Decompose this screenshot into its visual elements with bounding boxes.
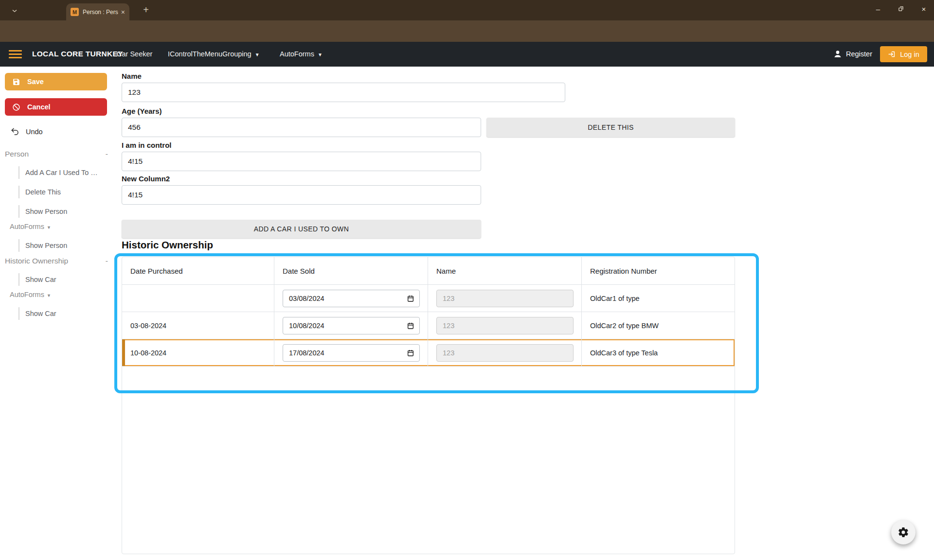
person-icon [833, 49, 843, 59]
new-column2-field[interactable] [122, 185, 481, 205]
login-arrow-icon [888, 50, 896, 58]
sidebar-item-show-car-2[interactable]: Show Car [18, 307, 101, 320]
window-minimize-button[interactable]: – [868, 0, 888, 18]
tab-search-button[interactable] [7, 4, 22, 18]
app-brand[interactable]: LOCAL CORE TURNKEY [32, 50, 123, 58]
nav-autoforms[interactable]: AutoForms▼ [280, 50, 323, 58]
name-cell [428, 285, 582, 312]
table-row[interactable]: 03-08-2024 10/08/2024 OldCar2 of type BM… [122, 312, 735, 339]
chevron-down-icon: ▼ [47, 225, 51, 230]
chevron-down-icon: ▼ [255, 52, 260, 57]
nav-icontrolthemenugrouping[interactable]: IControlTheMenuGrouping▼ [168, 50, 260, 58]
settings-fab-button[interactable] [891, 520, 916, 544]
app-navbar: LOCAL CORE TURNKEY Car Seeker IControlTh… [0, 42, 934, 67]
browser-tab[interactable]: M Person : Person: 123 × [66, 3, 129, 20]
sidebar-group-autoforms-2[interactable]: AutoForms▼ [10, 291, 51, 298]
name-cell [428, 312, 582, 339]
chevron-down-icon [11, 7, 18, 15]
undo-button[interactable]: Undo [11, 127, 43, 136]
browser-tabstrip: M Person : Person: 123 × + – × [0, 0, 934, 20]
date-purchased-cell [122, 285, 274, 312]
sidebar-item-delete-this[interactable]: Delete This [18, 186, 101, 198]
date-sold-input[interactable]: 10/08/2024 [283, 317, 420, 334]
registration-cell: OldCar1 of type [582, 285, 735, 312]
sidebar-group-autoforms-1[interactable]: AutoForms▼ [10, 223, 51, 230]
date-sold-cell: 03/08/2024 [274, 285, 428, 312]
date-sold-input[interactable]: 03/08/2024 [283, 290, 420, 307]
window-close-button[interactable]: × [914, 0, 934, 18]
date-sold-cell: 17/08/2024 [274, 339, 428, 366]
save-button[interactable]: Save [5, 73, 107, 90]
restore-icon [898, 5, 904, 12]
favicon: M [71, 8, 79, 16]
i-am-in-control-field[interactable] [122, 152, 481, 171]
car-name-input[interactable] [436, 290, 574, 307]
calendar-icon[interactable] [407, 349, 414, 357]
col-header-date-sold: Date Sold [274, 257, 428, 284]
sidebar-item-show-car[interactable]: Show Car [18, 273, 101, 286]
sidebar-item-show-person[interactable]: Show Person [18, 205, 101, 218]
name-cell [428, 339, 582, 366]
cancel-button[interactable]: Cancel [5, 98, 107, 116]
add-car-button[interactable]: ADD A CAR I USED TO OWN [122, 220, 481, 238]
table-row[interactable]: 03/08/2024 OldCar1 of type [122, 285, 735, 312]
i-am-in-control-label: I am in control [122, 141, 172, 149]
date-purchased-cell: 10-08-2024 [122, 339, 274, 366]
delete-this-button[interactable]: DELETE THIS [486, 118, 735, 137]
login-button[interactable]: Log in [880, 46, 927, 62]
registration-cell: OldCar3 of type Tesla [582, 339, 735, 366]
name-label: Name [122, 72, 142, 80]
undo-arrow-icon [11, 127, 19, 136]
age-field[interactable] [122, 118, 481, 137]
window-restore-button[interactable] [891, 0, 911, 18]
register-button[interactable]: Register [833, 47, 872, 61]
hamburger-menu-icon[interactable] [9, 50, 22, 58]
nav-car-seeker[interactable]: Car Seeker [117, 50, 152, 58]
browser-toolbar: ← → ↻ localhost:8182/App#/Person/4!15 ☆ … [0, 20, 934, 42]
chevron-down-icon: ▼ [47, 293, 51, 298]
sidebar-item-show-person-2[interactable]: Show Person [18, 239, 101, 252]
col-header-registration-number: Registration Number [582, 257, 735, 284]
calendar-icon[interactable] [407, 295, 414, 302]
date-sold-input[interactable]: 17/08/2024 [283, 344, 420, 362]
sidebar-item-add-a-car[interactable]: Add A Car I Used To Own... [18, 166, 101, 179]
col-header-date-purchased: Date Purchased [122, 257, 274, 284]
collapse-minus-icon[interactable]: - [106, 150, 108, 158]
tab-close-icon[interactable]: × [121, 8, 125, 16]
car-name-input[interactable] [436, 344, 574, 362]
gear-icon [898, 526, 909, 538]
collapse-minus-icon[interactable]: - [106, 257, 108, 265]
date-sold-cell: 10/08/2024 [274, 312, 428, 339]
calendar-icon[interactable] [407, 322, 414, 330]
car-name-input[interactable] [436, 317, 574, 334]
floppy-disk-icon [12, 78, 20, 86]
sidebar-group-person[interactable]: Person - [5, 150, 108, 158]
date-purchased-cell: 03-08-2024 [122, 312, 274, 339]
table-header-row: Date Purchased Date Sold Name Registrati… [122, 257, 735, 285]
age-label: Age (Years) [122, 107, 162, 115]
chevron-down-icon: ▼ [318, 52, 323, 57]
name-field[interactable] [122, 83, 565, 102]
new-tab-button[interactable]: + [139, 3, 153, 17]
historic-ownership-title: Historic Ownership [122, 239, 213, 251]
sidebar-group-historic-ownership[interactable]: Historic Ownership - [5, 257, 108, 265]
col-header-name: Name [428, 257, 582, 284]
slash-circle-icon [12, 103, 20, 111]
ownership-table-card: Date Purchased Date Sold Name Registrati… [122, 257, 735, 554]
tab-title: Person : Person: 123 [83, 9, 118, 16]
new-column2-label: New Column2 [122, 175, 170, 183]
table-row-selected[interactable]: 10-08-2024 17/08/2024 OldCar3 of type Te… [122, 339, 735, 367]
registration-cell: OldCar2 of type BMW [582, 312, 735, 339]
